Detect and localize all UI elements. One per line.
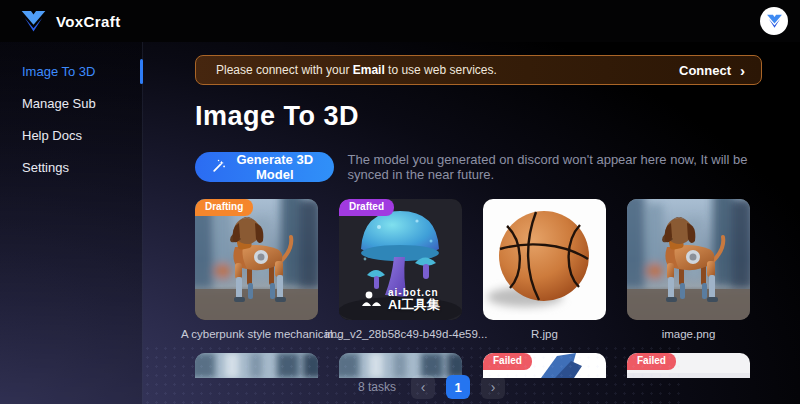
voxcraft-logo-icon	[20, 10, 47, 32]
chevron-left-icon: ‹	[421, 379, 426, 395]
sidebar-item-label: Settings	[22, 160, 69, 175]
task-card-mushroom[interactable]: Drafted ai-bot.cn A	[339, 199, 462, 340]
task-caption: R.jpg	[469, 328, 620, 340]
sidebar-item-label: Manage Sub	[22, 96, 96, 111]
status-badge-failed: Failed	[627, 353, 676, 370]
page-title: Image To 3D	[195, 101, 762, 132]
sidebar-item-label: Image To 3D	[22, 64, 95, 79]
task-caption: img_v2_28b58c49-b49d-4e59...	[325, 328, 476, 340]
status-badge-drafted: Drafted	[339, 199, 394, 216]
thumbnail-cyberpunk-mechanical-dog[interactable]: Drafting	[195, 199, 318, 320]
ai-bot-logo-icon	[361, 291, 383, 308]
page-1-button[interactable]: 1	[446, 375, 470, 399]
task-caption: image.png	[613, 328, 764, 340]
sidebar-item-help-docs[interactable]: Help Docs	[0, 122, 142, 149]
task-caption: A cyberpunk style mechanical...	[181, 328, 332, 340]
page-body: Image To 3D Manage Sub Help Docs Setting…	[0, 42, 800, 404]
voxcraft-app: VoxCraft Image To 3D Manage Sub Help Doc…	[0, 0, 800, 404]
status-badge-drafting: Drafting	[195, 199, 253, 216]
status-badge-failed: Failed	[483, 353, 532, 370]
chevron-right-icon: ›	[491, 379, 496, 395]
watermark-line2: AI工具集	[388, 298, 440, 312]
discord-sync-notice: The model you generated on discord won't…	[348, 152, 762, 182]
top-header: VoxCraft	[0, 0, 800, 42]
sidebar-item-image-to-3d[interactable]: Image To 3D	[0, 58, 142, 85]
next-page-button[interactable]: ›	[481, 375, 505, 399]
email-connect-banner: Please connect with your Email to use we…	[195, 55, 762, 85]
sidebar-item-manage-sub[interactable]: Manage Sub	[0, 90, 142, 117]
user-avatar[interactable]	[760, 7, 788, 35]
connect-button[interactable]: Connect ›	[679, 63, 745, 78]
banner-text: Please connect with your Email to use we…	[216, 63, 497, 77]
main-content: Please connect with your Email to use we…	[143, 42, 800, 404]
magic-wand-icon	[212, 159, 226, 176]
task-card-basketball[interactable]: R.jpg	[483, 199, 606, 340]
ai-bot-watermark: ai-bot.cn AI工具集	[339, 288, 462, 312]
task-card-image-png[interactable]: image.png	[627, 199, 750, 340]
pagination: 8 tasks ‹ 1 ›	[143, 375, 720, 399]
prev-page-button[interactable]: ‹	[411, 375, 435, 399]
sidebar-item-settings[interactable]: Settings	[0, 154, 142, 181]
task-card-cyberpunk-dog[interactable]: Drafting A cyberpunk style mechanical...	[195, 199, 318, 340]
brand-name: VoxCraft	[56, 13, 121, 30]
task-count: 8 tasks	[358, 380, 396, 394]
actions-row: Generate 3D Model The model you generate…	[195, 152, 762, 182]
connect-label: Connect	[679, 63, 731, 78]
generate-3d-model-button[interactable]: Generate 3D Model	[195, 152, 334, 182]
thumbnail-cyberpunk-mechanical-dog[interactable]	[627, 199, 750, 320]
thumbnail-blue-mushroom[interactable]: Drafted ai-bot.cn A	[339, 199, 462, 320]
thumbnail-basketball[interactable]	[483, 199, 606, 320]
chevron-right-icon: ›	[740, 63, 745, 78]
generate-button-label: Generate 3D Model	[233, 152, 317, 182]
sidebar-item-label: Help Docs	[22, 128, 82, 143]
task-grid: Drafting A cyberpunk style mechanical...	[195, 199, 762, 340]
sidebar: Image To 3D Manage Sub Help Docs Setting…	[0, 42, 143, 404]
